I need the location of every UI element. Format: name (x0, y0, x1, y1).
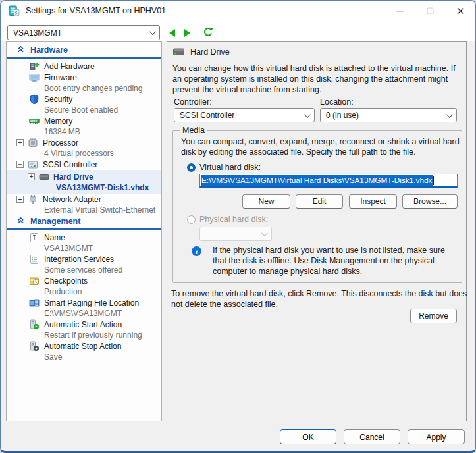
sidebar-item-security[interactable]: Security (7, 93, 161, 105)
footer-separator (1, 425, 475, 425)
sidebar-item-sub: VSA13MGMT-Disk1.vhdx (7, 182, 161, 193)
expander-plus-icon[interactable]: + (28, 173, 35, 180)
sidebar-item-sub: External Virtual Switch-Ethernet (7, 205, 161, 215)
ok-button[interactable]: OK (280, 429, 336, 444)
intro-text: You can change how this virtual hard dis… (172, 63, 467, 95)
location-dropdown[interactable]: 0 (in use) (320, 108, 457, 122)
close-button[interactable] (445, 1, 475, 20)
physical-disk-info-text: If the physical hard disk you want to us… (213, 245, 459, 277)
maximize-button (415, 1, 445, 20)
settings-window: Settings for VSA13MGMT on HPHV01 VSA13MG… (0, 0, 476, 453)
smart-paging-icon (29, 298, 40, 308)
section-label: Management (30, 217, 80, 226)
vhd-path-selected-text: E:\VMS\VSA13MGMT\Virtual Hard Disks\VSA1… (201, 175, 433, 186)
scsi-controller-icon (28, 159, 38, 170)
hard-drive-icon (173, 48, 184, 56)
chevron-down-icon (149, 28, 156, 35)
header-rule (232, 53, 460, 53)
memory-icon (29, 116, 40, 126)
sidebar-section-hardware[interactable]: Hardware (7, 44, 161, 56)
refresh-button[interactable] (203, 27, 213, 38)
sidebar-item-sub: Boot entry changes pending (7, 83, 161, 93)
sidebar-item-sub: Some services offered (7, 265, 161, 275)
sidebar: Hardware Add Hardware Firmware (6, 41, 162, 421)
media-groupbox: Media You can compact, convert, expand, … (172, 130, 462, 283)
physical-hard-disk-radio (187, 215, 196, 224)
processor-icon (28, 138, 38, 148)
inspect-button[interactable]: Inspect (349, 194, 397, 209)
settings-pane: Hard Drive You can change how this virtu… (167, 41, 467, 421)
remove-button[interactable]: Remove (410, 309, 457, 323)
remove-help-text: To remove the virtual hard disk, click R… (171, 288, 467, 309)
firmware-icon (29, 72, 40, 83)
browse-button[interactable]: Browse... (402, 194, 458, 209)
expander-plus-icon[interactable]: + (16, 196, 24, 203)
chevron-down-icon (304, 111, 311, 118)
auto-start-icon (29, 319, 40, 330)
sidebar-item-checkpoints[interactable]: Checkpoints (7, 275, 161, 286)
navigate-forward-button[interactable] (184, 29, 190, 37)
sidebar-item-integration-services[interactable]: Integration Services (7, 253, 161, 265)
vm-selector-dropdown[interactable]: VSA13MGMT (7, 25, 160, 40)
sidebar-item-memory[interactable]: Memory (7, 115, 161, 126)
network-adapter-icon (28, 194, 38, 205)
media-text: You can compact, convert, expand, merge,… (181, 136, 460, 157)
edit-button[interactable]: Edit (296, 194, 343, 209)
physical-hard-disk-label: Physical hard disk: (199, 215, 268, 224)
sidebar-item-sub: 16384 MB (7, 126, 161, 137)
sidebar-item-sub: VSA13MGMT (7, 243, 161, 253)
media-groupbox-label: Media (180, 126, 207, 135)
collapse-chevron-icon (16, 45, 25, 55)
section-label: Hardware (30, 45, 68, 55)
expander-minus-icon[interactable]: − (16, 161, 24, 168)
sidebar-item-network-adapter[interactable]: + Network Adapter (7, 194, 161, 205)
add-hardware-icon (29, 61, 40, 72)
hyperv-settings-icon (9, 5, 20, 16)
chevron-down-icon (261, 230, 268, 236)
location-value: 0 (in use) (326, 111, 359, 120)
integration-services-icon (29, 254, 40, 265)
chevron-down-icon (446, 111, 453, 118)
vm-selector-value: VSA13MGMT (13, 28, 62, 38)
toolbar-separator (198, 27, 198, 38)
physical-disk-dropdown (199, 226, 272, 241)
sidebar-item-smart-paging[interactable]: Smart Paging File Location (7, 297, 161, 308)
section-underline (7, 228, 161, 230)
sidebar-item-auto-start[interactable]: Automatic Start Action (7, 319, 161, 330)
vhd-path-input[interactable]: E:\VMS\VSA13MGMT\Virtual Hard Disks\VSA1… (199, 174, 458, 188)
controller-dropdown[interactable]: SCSI Controller (174, 108, 315, 122)
sidebar-section-management[interactable]: Management (7, 215, 161, 227)
cancel-button[interactable]: Cancel (344, 429, 400, 444)
controller-label: Controller: (174, 97, 212, 107)
sidebar-item-sub: E:\VMS\VSA13MGMT (7, 308, 161, 319)
sidebar-item-auto-stop[interactable]: Automatic Stop Action (7, 340, 161, 352)
sidebar-item-sub: Production (7, 286, 161, 297)
minimize-button[interactable] (384, 1, 415, 20)
hard-drive-icon (39, 172, 49, 182)
sidebar-item-hard-drive[interactable]: + Hard Drive VSA13MGMT-Disk1.vhdx (7, 170, 161, 194)
sidebar-item-firmware[interactable]: Firmware (7, 72, 161, 83)
new-button[interactable]: New (242, 194, 290, 209)
checkpoints-icon (29, 276, 40, 286)
location-label: Location: (320, 97, 354, 107)
expander-plus-icon[interactable]: + (16, 139, 24, 146)
shield-icon (29, 94, 40, 105)
sidebar-item-sub: Save (7, 352, 161, 362)
window-title: Settings for VSA13MGMT on HPHV01 (26, 6, 166, 15)
sidebar-item-label: Add Hardware (44, 62, 95, 71)
sidebar-item-sub: Restart if previously running (7, 330, 161, 340)
navigate-back-button[interactable] (169, 29, 175, 37)
apply-button[interactable]: Apply (408, 429, 465, 444)
rename-icon (29, 232, 40, 243)
info-icon: i (192, 246, 201, 256)
sidebar-item-name[interactable]: Name (7, 232, 161, 243)
virtual-hard-disk-radio[interactable] (187, 163, 196, 172)
sidebar-item-sub: Secure Boot enabled (7, 105, 161, 115)
text-caret (433, 176, 435, 185)
sidebar-item-scsi-controller[interactable]: − SCSI Controller (7, 159, 161, 170)
sidebar-item-processor[interactable]: + Processor (7, 137, 161, 148)
auto-stop-icon (29, 341, 40, 352)
section-underline (7, 57, 161, 59)
titlebar: Settings for VSA13MGMT on HPHV01 (1, 1, 475, 20)
sidebar-item-add-hardware[interactable]: Add Hardware (7, 61, 161, 72)
